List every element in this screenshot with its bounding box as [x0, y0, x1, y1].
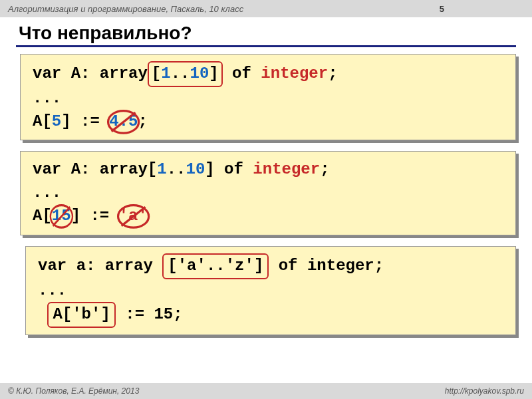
range-low: 1 [161, 65, 170, 82]
assign-target-close: ] [71, 207, 80, 225]
slide-number: 5 [440, 4, 444, 14]
assign-target-close: ] [61, 112, 70, 130]
assign-op: := [80, 112, 100, 130]
title-underline [16, 45, 516, 47]
keyword-of: of [224, 160, 243, 178]
keyword-var: var [33, 160, 61, 178]
wrong-index-crossed: 15 [52, 205, 71, 228]
type-integer: integer [261, 65, 328, 82]
varname: A [71, 65, 80, 82]
keyword-array: array [105, 257, 153, 275]
char-range-box: ['a'..'z'] [162, 253, 269, 279]
assign-target-open: A[ [33, 112, 52, 130]
type-integer: integer [307, 257, 374, 275]
authors: К.Ю. Поляков, Е.А. Ерёмин, 2013 [16, 386, 139, 396]
assign-target-open: A[ [33, 207, 52, 225]
semicolon: ; [173, 305, 182, 323]
keyword-of: of [232, 65, 251, 82]
varname: A [71, 160, 80, 178]
semicolon: ; [138, 112, 147, 130]
range-high: 10 [186, 160, 205, 178]
range-highlight-box: [1..10] [148, 61, 223, 87]
slide-header: Алгоритмизация и программирование, Паска… [0, 0, 532, 17]
range-dots: .. [171, 65, 190, 82]
code-block-1: var A: array[1..10] of integer; ... A[5]… [20, 54, 516, 140]
wrong-value: 'a' [119, 207, 148, 225]
varname: a [76, 257, 86, 275]
assign-index: 5 [52, 112, 61, 130]
range-dots: .. [167, 160, 186, 178]
slide-title: Что неправильно? [19, 23, 516, 44]
code-block-3: var a: array ['a'..'z'] of integer; ... … [25, 246, 516, 335]
wrong-value-crossed: 4.5 [109, 110, 138, 134]
footer-url: http://kpolyakov.spb.ru [445, 386, 524, 396]
wrong-value: 4.5 [109, 112, 138, 130]
keyword-array: array [100, 160, 148, 178]
wrong-value-crossed: 'a' [119, 205, 148, 228]
assign-op: := [125, 305, 144, 323]
range-high: 10 [190, 65, 209, 82]
ellipsis: ... [38, 279, 506, 303]
code-block-2: var A: array[1..10] of integer; ... A[ 1… [20, 151, 516, 235]
wrong-index: 15 [52, 207, 71, 225]
keyword-var: var [38, 257, 66, 275]
range-low: 1 [157, 160, 166, 178]
assign-op: := [90, 207, 109, 225]
course-title: Алгоритмизация и программирование, Паска… [8, 4, 243, 14]
ellipsis: ... [33, 182, 506, 205]
ellipsis: ... [33, 87, 506, 110]
keyword-of: of [279, 257, 298, 275]
slide-footer: © К.Ю. Поляков, Е.А. Ерёмин, 2013 http:/… [0, 383, 532, 399]
lhs-box: A['b'] [47, 302, 115, 328]
keyword-array: array [100, 65, 148, 82]
keyword-var: var [33, 65, 61, 82]
rhs-value: 15 [154, 305, 173, 323]
type-integer: integer [253, 160, 320, 178]
